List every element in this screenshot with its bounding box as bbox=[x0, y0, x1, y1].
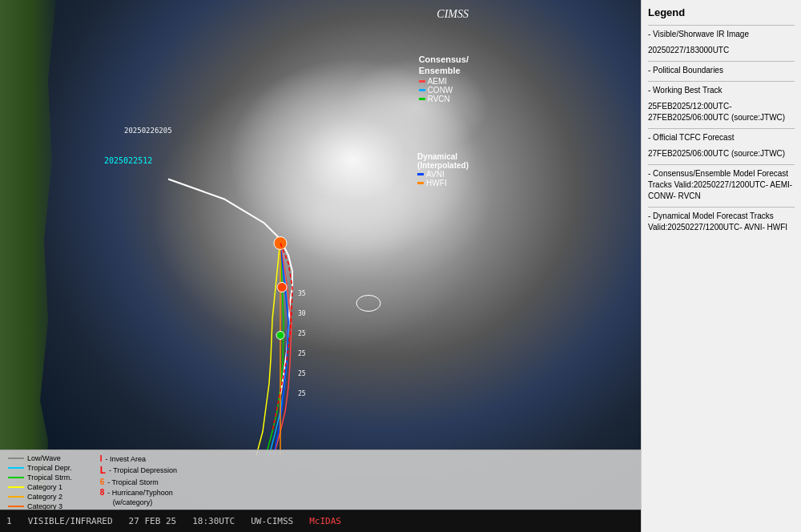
invest-label: - Invest Area bbox=[105, 455, 146, 463]
consensus-title2: Ensemble bbox=[419, 66, 469, 75]
tropical-depr-line bbox=[8, 467, 24, 469]
legend-cat1: Category 1 bbox=[8, 483, 72, 491]
avni-row: AVNI bbox=[417, 170, 469, 179]
avni-label: AVNI bbox=[426, 170, 445, 179]
hurricane-icon: 8 bbox=[100, 488, 105, 497]
track-label-2025022512: 2025022512 bbox=[104, 156, 152, 165]
legend-track-types: Low/Wave Tropical Depr. Tropical Strm. C… bbox=[8, 454, 72, 506]
legend-entry-0: - Visible/Shorwave IR Image bbox=[648, 29, 795, 40]
legend-entry-8: - Dynamical Model Forecast Tracks Valid:… bbox=[648, 211, 795, 233]
lowwave-line bbox=[8, 457, 24, 459]
rvcn-row: RVCN bbox=[419, 95, 469, 103]
svg-text:25: 25 bbox=[298, 350, 306, 357]
aemi-color bbox=[419, 80, 425, 83]
legend-entry-2: - Political Boundaries bbox=[648, 65, 795, 76]
svg-text:25: 25 bbox=[298, 390, 306, 397]
legend-divider5 bbox=[648, 164, 795, 165]
map-panel: 35 30 25 25 25 25 2025022512 20250226205… bbox=[0, 0, 641, 532]
legend-hurricane-icon: 8 - Hurricane/Typhoon bbox=[100, 488, 177, 497]
legend-divider6 bbox=[648, 207, 795, 208]
dynamical-title: Dynamical bbox=[417, 152, 469, 161]
legend-divider1 bbox=[648, 25, 795, 26]
legend-entry-1: 20250227/183000UTC bbox=[648, 45, 795, 56]
hwfi-row: HWFI bbox=[417, 179, 469, 187]
conw-label: CONW bbox=[428, 86, 453, 95]
legend-lowwave: Low/Wave bbox=[8, 454, 72, 462]
tropical-strm-line bbox=[8, 477, 24, 478]
tropical-depr-label: Tropical Depr. bbox=[27, 464, 72, 472]
tropical-dep-icon: L bbox=[100, 465, 106, 476]
legend-entry-7: - Consensus/Ensemble Model Forecast Trac… bbox=[648, 168, 795, 202]
avni-color bbox=[417, 173, 424, 175]
track-label-track1: 20250226205 bbox=[124, 127, 172, 135]
status-item5: UW-CIMSS bbox=[251, 516, 293, 526]
lowwave-label: Low/Wave bbox=[27, 454, 61, 462]
tropical-dep-text: - Tropical Depression bbox=[109, 466, 177, 474]
legend-entry-4: 25FEB2025/12:00UTC- 27FEB2025/06:00UTC (… bbox=[648, 101, 795, 123]
status-item6: McIDAS bbox=[309, 516, 341, 526]
svg-text:25: 25 bbox=[298, 330, 306, 337]
legend-entry-3: - Working Best Track bbox=[648, 85, 795, 96]
svg-text:25: 25 bbox=[298, 370, 306, 377]
hwfi-label: HWFI bbox=[426, 179, 447, 187]
legend-title: Legend bbox=[648, 6, 795, 18]
cat1-label: Category 1 bbox=[27, 483, 62, 491]
legend-symbols: I - Invest Area L - Tropical Depression … bbox=[100, 454, 177, 506]
status-item4: 18:30UTC bbox=[192, 516, 235, 526]
conw-color bbox=[419, 89, 425, 91]
status-bar: 1 VISIBLE/INFRARED 27 FEB 25 18:30UTC UW… bbox=[0, 510, 641, 532]
invest-icon: I bbox=[100, 454, 103, 463]
legend-cat2: Category 2 bbox=[8, 493, 72, 501]
svg-text:30: 30 bbox=[298, 310, 306, 317]
svg-point-1 bbox=[277, 283, 287, 292]
tropical-strm-label: Tropical Strm. bbox=[27, 474, 72, 482]
aemi-row: AEMI bbox=[419, 77, 469, 86]
cimss-logo: CIMSS bbox=[437, 8, 469, 21]
rvcn-color bbox=[419, 98, 425, 100]
legend-divider2 bbox=[648, 61, 795, 62]
conw-row: CONW bbox=[419, 86, 469, 95]
svg-point-3 bbox=[356, 296, 380, 312]
consensus-ensemble-box: Consensus/ Ensemble AEMI CONW RVCN bbox=[419, 54, 469, 103]
tropical-storm-icon: 6 bbox=[100, 478, 105, 486]
tropical-storm-text: - Tropical Storm bbox=[107, 478, 159, 486]
legend-entry-5: - Official TCFC Forecast bbox=[648, 132, 795, 143]
wcategory-text: (w/category) bbox=[113, 498, 153, 506]
cat3-line bbox=[8, 506, 24, 507]
legend-tropical-depr: Tropical Depr. bbox=[8, 464, 72, 472]
legend-divider3 bbox=[648, 81, 795, 82]
bottom-legend: Low/Wave Tropical Depr. Tropical Strm. C… bbox=[0, 449, 641, 510]
status-item3: 27 FEB 25 bbox=[129, 516, 177, 526]
legend-panel: Legend - Visible/Shorwave IR Image 20250… bbox=[641, 0, 801, 532]
dynamical-title2: (Interpolated) bbox=[417, 161, 469, 170]
status-item1: 1 bbox=[6, 516, 12, 526]
svg-text:35: 35 bbox=[298, 290, 306, 297]
cat1-line bbox=[8, 486, 24, 488]
dynamical-box: Dynamical (Interpolated) AVNI HWFI bbox=[417, 152, 469, 187]
hurricane-text: - Hurricane/Typhoon bbox=[107, 489, 173, 497]
status-item2: VISIBLE/INFRARED bbox=[28, 516, 113, 526]
legend-invest: I - Invest Area bbox=[100, 454, 177, 463]
legend-entry-6: 27FEB2025/06:00UTC (source:JTWC) bbox=[648, 148, 795, 159]
legend-wcategory: (w/category) bbox=[100, 498, 177, 506]
rvcn-label: RVCN bbox=[428, 95, 450, 103]
main-container: 35 30 25 25 25 25 2025022512 20250226205… bbox=[0, 0, 801, 532]
svg-point-2 bbox=[276, 332, 284, 340]
aemi-label: AEMI bbox=[428, 77, 447, 86]
cat2-label: Category 2 bbox=[27, 493, 62, 501]
hwfi-color bbox=[417, 182, 424, 184]
cat2-line bbox=[8, 496, 24, 498]
legend-tropical-storm-icon: 6 - Tropical Storm bbox=[100, 478, 177, 486]
legend-divider4 bbox=[648, 128, 795, 129]
consensus-title: Consensus/ bbox=[419, 54, 469, 64]
legend-tropical-strm: Tropical Strm. bbox=[8, 474, 72, 482]
legend-tropical-dep-icon: L - Tropical Depression bbox=[100, 465, 177, 476]
